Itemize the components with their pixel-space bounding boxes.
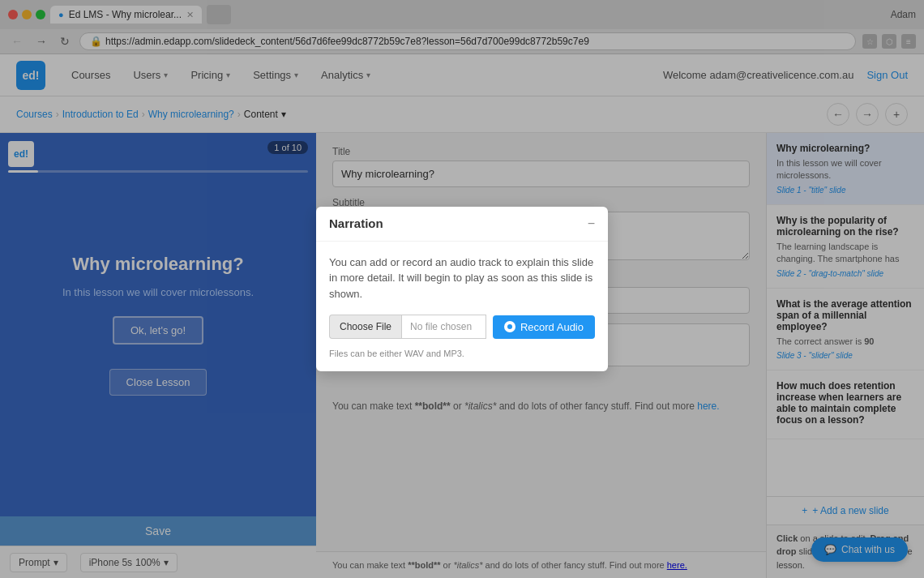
narration-modal: Narration − You can add or record an aud… bbox=[316, 207, 608, 372]
modal-hint-text: Files can be either WAV and MP3. bbox=[329, 349, 595, 358]
file-name-display: No file chosen bbox=[401, 315, 486, 339]
record-circle-icon bbox=[504, 321, 515, 332]
modal-body: You can add or record an audio track to … bbox=[316, 242, 608, 372]
modal-close-button[interactable]: − bbox=[588, 216, 595, 231]
modal-header: Narration − bbox=[316, 207, 608, 242]
modal-description: You can add or record an audio track to … bbox=[329, 255, 595, 302]
record-dot-icon bbox=[507, 324, 512, 329]
modal-file-row: Choose File No file chosen Record Audio bbox=[329, 315, 595, 339]
record-audio-label: Record Audio bbox=[520, 321, 584, 333]
choose-file-button[interactable]: Choose File bbox=[329, 315, 401, 339]
record-audio-button[interactable]: Record Audio bbox=[493, 315, 595, 339]
modal-title: Narration bbox=[329, 216, 383, 230]
modal-overlay[interactable]: Narration − You can add or record an aud… bbox=[0, 0, 924, 578]
